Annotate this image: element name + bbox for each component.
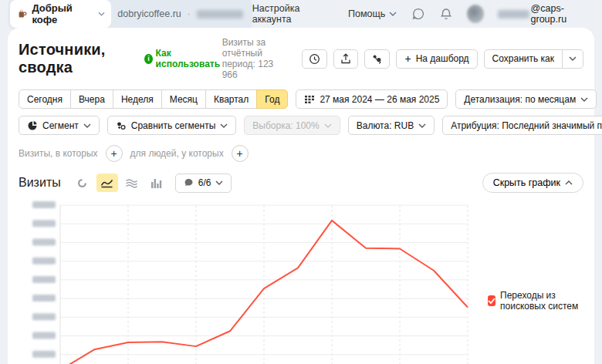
title-row: Источники, сводка i Как использовать Виз… [19,37,583,80]
tab-week[interactable]: Неделя [113,89,162,109]
attribution-dropdown[interactable]: Атрибуция: Последний значимый переход кд [442,116,602,135]
compare-segments-label: Сравнить сегменты [131,120,216,131]
save-as-split-button: Сохранить как [484,49,583,69]
add-to-dashboard-button[interactable]: + На дашборд [396,49,477,69]
chevron-down-icon [215,180,223,185]
tab-yesterday[interactable]: Вчера [70,89,113,109]
legend-checkbox[interactable] [488,295,495,306]
y-tick-label-redacted [32,238,56,245]
chart-type-switcher [72,174,167,192]
segment-builder-row: Визиты, в которых + для людей, у которых… [19,145,583,162]
how-to-use-link[interactable]: i Как использовать [144,48,222,69]
tab-month[interactable]: Месяц [161,89,206,109]
visits-chart: 0Май 24Июл 24Сен 24Ноя 24Янв 25Мар 25Май… [19,196,583,364]
help-label: Помощь [348,8,385,19]
add-visit-condition-button[interactable]: + [106,145,123,162]
chevron-down-icon [83,123,91,128]
donut-chart-icon[interactable] [72,174,93,192]
y-tick-label-redacted [32,351,56,358]
save-as-menu-button[interactable] [563,49,583,69]
check-icon [488,298,495,304]
tab-year[interactable]: Год [256,89,288,109]
compare-segments-icon [116,120,127,131]
chart-header: Визиты 6/6 Скрыть график [19,173,583,193]
metrics-count-dropdown[interactable]: 6/6 [175,174,232,193]
period-row: Сегодня Вчера Неделя Месяц Квартал Год 2… [19,89,583,109]
chevron-down-icon [580,97,588,102]
email-prefix-redacted [498,10,529,19]
report-card: Источники, сводка i Как использовать Виз… [8,28,594,364]
chart-title: Визиты [19,176,61,190]
bell-icon[interactable] [439,6,453,22]
add-to-dashboard-label: На дашборд [416,53,469,64]
segment-dropdown[interactable]: Сегмент [19,116,100,135]
user-email[interactable]: @caps-group.ru [498,3,594,25]
compare-reports-icon [371,53,383,64]
chevron-down-icon [569,56,577,61]
y-tick-label-redacted [32,201,56,208]
legend-label: Переходы из поисковых систем [500,290,583,312]
page-title: Источники, сводка [19,41,135,76]
speech-bubble-icon [184,178,194,187]
chevron-down-icon [220,123,228,128]
tab-quarter[interactable]: Квартал [205,89,257,109]
y-tick-label-redacted [32,295,56,302]
chevron-down-icon [324,123,332,128]
chat-icon[interactable] [411,6,424,22]
segment-pie-icon [27,120,38,131]
hide-chart-label: Скрыть график [493,177,560,188]
detalization-dropdown[interactable]: Детализация: по месяцам [455,89,597,109]
for-people-label: для людей, у которых [130,148,224,159]
y-tick-label-redacted [32,258,56,265]
y-tick-label-redacted [32,313,56,320]
compare-segments-dropdown[interactable]: Сравнить сегменты [107,116,237,135]
help-menu[interactable]: Помощь [348,8,397,19]
save-as-button[interactable]: Сохранить как [484,49,563,69]
coffee-cup-icon [16,8,27,20]
currency-dropdown[interactable]: Валюта: RUB [348,116,435,135]
filter-row: Сегмент Сравнить сегменты Выборка: 100% … [19,116,583,135]
chevron-down-icon [98,12,105,16]
date-range-button[interactable]: 27 мая 2024 — 26 мая 2025 [296,89,448,109]
chevron-down-icon [389,12,397,16]
y-tick-label-redacted [32,220,56,227]
avatar[interactable] [467,5,484,23]
project-switcher[interactable]: Добрый кофе [10,0,111,28]
account-settings-link[interactable]: Настройка аккаунта [252,3,334,25]
tab-today[interactable]: Сегодня [19,89,71,109]
visits-period-note: Визиты за отчётный период: 123 966 [222,37,292,80]
plus-icon: + [404,52,411,65]
column-chart-icon[interactable] [146,174,167,192]
history-button[interactable] [302,49,327,69]
segment-label: Сегмент [42,120,79,131]
attribution-label: Атрибуция: Последний значимый переход [451,120,602,131]
clock-icon [309,53,320,65]
period-tabs: Сегодня Вчера Неделя Месяц Квартал Год [19,89,288,109]
legend-item-search-traffic[interactable]: Переходы из поисковых систем [488,290,583,312]
compare-reports-button[interactable] [364,49,390,69]
currency-label: Валюта: RUB [357,120,414,131]
line-chart-icon[interactable] [96,174,118,192]
hide-chart-button[interactable]: Скрыть график [482,173,583,193]
email-domain: @caps-group.ru [531,3,594,25]
project-name: Добрый кофе [32,2,93,25]
y-tick-label-redacted [32,276,56,283]
line-chart[interactable]: 0Май 24Июл 24Сен 24Ноя 24Янв 25Мар 25Май… [19,196,497,364]
chevron-up-icon [565,180,573,185]
detalization-label: Детализация: по месяцам [464,94,576,105]
export-button[interactable] [333,49,358,69]
topbar-right: Настройка аккаунта Помощь @caps-group.ru [252,3,594,25]
counter-selector: Добрый кофе dobryicoffee.ru · [8,0,252,30]
counter-domain[interactable]: dobryicoffee.ru [117,8,181,19]
title-toolbar: Визиты за отчётный период: 123 966 + На … [222,37,583,80]
date-range-label: 27 мая 2024 — 26 мая 2025 [320,94,439,105]
visits-in-which-label: Визиты, в которых [19,148,98,159]
stacked-area-chart-icon[interactable] [121,174,143,192]
sampling-dropdown: Выборка: 100% [244,116,340,135]
info-icon: i [144,54,152,64]
visits-line [60,221,468,364]
add-people-condition-button[interactable]: + [232,145,249,162]
chevron-down-icon [418,123,426,128]
metrics-count-label: 6/6 [198,177,211,188]
topbar: Добрый кофе dobryicoffee.ru · Настройка … [0,0,602,28]
